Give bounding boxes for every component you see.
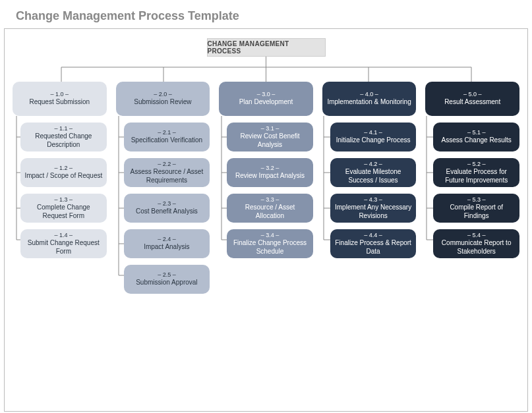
node-label: Implement Any Necessary Revisions [334, 204, 413, 220]
node-5-1: – 5.1 – Assess Change Results [433, 123, 519, 151]
node-label: Compile Report of Findings [437, 204, 516, 220]
node-label: Result Assessment [444, 98, 500, 107]
node-number: – 5.2 – [467, 161, 486, 168]
node-label: Submission Review [134, 98, 191, 107]
node-1-1: – 1.1 – Requested Change Description [20, 123, 107, 151]
node-number: – 3.2 – [261, 165, 280, 172]
node-number: – 3.1 – [261, 125, 280, 132]
column-header-4: – 4.0 – Implementation & Monitoring [322, 82, 417, 116]
node-label: Finalize Process & Report Data [334, 239, 413, 256]
node-label: Impact Analysis [144, 243, 189, 252]
column-4: – 4.0 – Implementation & Monitoring – 4.… [322, 82, 417, 294]
column-header-5: – 5.0 – Result Assessment [425, 82, 519, 116]
node-label: Cost Benefit Analysis [136, 207, 198, 216]
node-label: Initialize Change Process [336, 136, 411, 145]
node-4-1: – 4.1 – Initialize Change Process [330, 123, 417, 151]
node-3-4: – 3.4 – Finalize Change Process Schedule [227, 229, 313, 258]
node-number: – 4.3 – [364, 196, 382, 204]
node-number: – 2.1 – [158, 129, 176, 136]
node-1-2: – 1.2 – Impact / Scope of Request [20, 158, 107, 187]
node-number: – 2.2 – [158, 161, 176, 168]
node-4-3: – 4.3 – Implement Any Necessary Revision… [330, 194, 417, 223]
node-1-3: – 1.3 – Complete Change Request Form [20, 194, 107, 223]
node-5-4: – 5.4 – Communicate Report to Stakeholde… [433, 229, 519, 258]
node-number: – 1.0 – [51, 91, 69, 98]
node-number: – 3.3 – [261, 196, 280, 204]
node-number: – 5.0 – [463, 91, 482, 98]
diagram-frame: CHANGE MANAGEMENT PROCESS [4, 28, 528, 412]
node-number: – 1.2 – [55, 165, 73, 172]
node-number: – 3.4 – [261, 232, 280, 239]
node-label: Assess Resource / Asset Requirements [128, 168, 206, 184]
column-header-2: – 2.0 – Submission Review [116, 82, 210, 116]
node-3-3: – 3.3 – Resource / Asset Allocation [227, 194, 313, 223]
node-label: Complete Change Request Form [24, 204, 103, 220]
column-1: – 1.0 – Request Submission – 1.1 – Reque… [13, 82, 107, 294]
column-header-3: – 3.0 – Plan Development [219, 82, 313, 116]
node-label: Evaluate Milestone Success / Issues [334, 168, 413, 184]
column-2: – 2.0 – Submission Review – 2.1 – Specif… [116, 82, 210, 294]
node-3-2: – 3.2 – Review Impact Analysis [227, 158, 313, 187]
node-2-3: – 2.3 – Cost Benefit Analysis [124, 194, 210, 223]
column-header-1: – 1.0 – Request Submission [13, 82, 107, 116]
node-number: – 2.4 – [158, 236, 176, 243]
node-label: Communicate Report to Stakeholders [437, 239, 516, 256]
node-number: – 1.3 – [55, 196, 73, 204]
node-4-2: – 4.2 – Evaluate Milestone Success / Iss… [330, 158, 417, 187]
node-label: Review Cost Benefit Analysis [231, 132, 309, 149]
node-label: Finalize Change Process Schedule [231, 239, 309, 256]
node-number: – 5.3 – [467, 196, 486, 204]
column-3: – 3.0 – Plan Development – 3.1 – Review … [219, 82, 313, 294]
node-number: – 5.1 – [467, 129, 486, 136]
node-3-1: – 3.1 – Review Cost Benefit Analysis [227, 123, 313, 151]
node-2-4: – 2.4 – Impact Analysis [124, 229, 210, 258]
node-label: Impact / Scope of Request [24, 172, 102, 180]
node-label: Assess Change Results [442, 136, 512, 145]
node-5-2: – 5.2 – Evaluate Process for Future Impr… [433, 158, 519, 187]
node-number: – 4.0 – [360, 91, 378, 98]
node-number: – 3.0 – [257, 91, 276, 98]
node-number: – 2.5 – [158, 271, 176, 279]
column-5: – 5.0 – Result Assessment – 5.1 – Assess… [425, 82, 519, 294]
node-label: Implementation & Monitoring [327, 98, 411, 107]
node-2-1: – 2.1 – Specification Verification [124, 123, 210, 151]
node-1-4: – 1.4 – Submit Change Request Form [20, 229, 107, 258]
node-label: Evaluate Process for Future Improvements [437, 168, 516, 184]
root-node: CHANGE MANAGEMENT PROCESS [207, 38, 326, 57]
node-label: Resource / Asset Allocation [231, 204, 309, 220]
node-number: – 4.4 – [364, 232, 382, 239]
node-label: Plan Development [239, 98, 293, 107]
node-number: – 4.2 – [364, 161, 382, 168]
node-label: Submit Change Request Form [24, 239, 103, 256]
node-label: Review Impact Analysis [235, 172, 305, 180]
node-number: – 5.4 – [467, 232, 486, 239]
node-2-5: – 2.5 – Submission Approval [124, 265, 210, 294]
columns-container: – 1.0 – Request Submission – 1.1 – Reque… [13, 82, 519, 294]
page-title: Change Management Process Template [16, 9, 531, 23]
node-4-4: – 4.4 – Finalize Process & Report Data [330, 229, 417, 258]
node-number: – 2.3 – [158, 200, 176, 207]
node-number: – 1.1 – [55, 125, 73, 132]
node-2-2: – 2.2 – Assess Resource / Asset Requirem… [124, 158, 210, 187]
node-label: Submission Approval [136, 279, 197, 287]
node-label: Specification Verification [131, 136, 202, 145]
node-number: – 2.0 – [154, 91, 172, 98]
node-label: Request Submission [29, 98, 90, 107]
node-5-3: – 5.3 – Compile Report of Findings [433, 194, 519, 223]
node-label: Requested Change Description [24, 132, 103, 149]
node-number: – 4.1 – [364, 129, 382, 136]
node-number: – 1.4 – [55, 232, 73, 239]
